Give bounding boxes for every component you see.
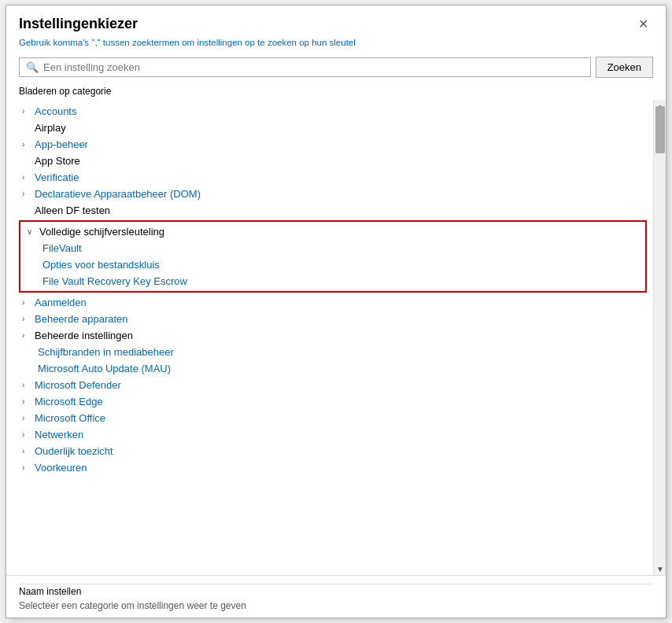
chevron-right-icon: › xyxy=(22,173,31,182)
sidebar-item-volledige[interactable]: ∨ Volledige schijfversleuteling xyxy=(20,223,645,240)
item-label: Airplay xyxy=(35,122,66,134)
title-bar: Instellingenkiezer ✕ xyxy=(6,6,666,36)
search-box: 🔍 xyxy=(19,57,591,77)
chevron-right-icon: › xyxy=(22,140,31,149)
category-label: Bladeren op categorie xyxy=(6,84,666,100)
item-label: App-beheer xyxy=(35,138,88,150)
item-label: Volledige schijfversleuteling xyxy=(39,226,164,238)
sidebar-item-opties-bestandskluis[interactable]: Opties voor bestandskluis xyxy=(36,256,645,273)
bottom-bar: Naam instellen Selecteer een categorie o… xyxy=(6,575,666,617)
item-label: Voorkeuren xyxy=(35,462,87,474)
sidebar-item-ms-office[interactable]: › Microsoft Office xyxy=(19,410,647,426)
sidebar-item-mau[interactable]: Microsoft Auto Update (MAU) xyxy=(35,360,647,377)
sidebar-item-beheerde-instellingen[interactable]: › Beheerde instellingen xyxy=(19,327,647,344)
dialog-title: Instellingenkiezer xyxy=(19,16,138,32)
item-label: Microsoft Office xyxy=(35,412,105,424)
scrollbar-thumb[interactable] xyxy=(655,106,665,153)
item-label: Netwerken xyxy=(35,429,83,441)
chevron-right-icon: › xyxy=(22,414,31,422)
item-label: Ouderlijk toezicht xyxy=(35,445,113,457)
sidebar-item-filevault-recovery[interactable]: File Vault Recovery Key Escrow xyxy=(36,273,645,289)
divider xyxy=(19,584,653,584)
sidebar-item-accounts[interactable]: › Accounts xyxy=(19,103,647,120)
bottom-name-label: Naam instellen xyxy=(19,586,653,597)
item-label: Verificatie xyxy=(35,171,79,183)
list-area: › Accounts Airplay › App-beheer App Stor… xyxy=(6,100,653,575)
chevron-right-icon: › xyxy=(22,190,31,198)
chevron-right-icon: › xyxy=(22,315,31,323)
item-label: Accounts xyxy=(35,105,76,117)
chevron-right-icon: › xyxy=(22,397,31,406)
item-label: Beheerde apparaten xyxy=(35,313,128,325)
chevron-down-icon: ∨ xyxy=(27,227,36,236)
item-label: Aanmelden xyxy=(35,297,87,308)
sidebar-item-airplay[interactable]: Airplay xyxy=(19,120,647,136)
bottom-select-label: Selecteer een categorie om instellingen … xyxy=(19,600,653,611)
item-label: Alleen DF testen xyxy=(35,205,110,216)
sidebar-item-ouderlijk[interactable]: › Ouderlijk toezicht xyxy=(19,443,647,459)
sidebar-item-ms-defender[interactable]: › Microsoft Defender xyxy=(19,377,647,393)
main-content: › Accounts Airplay › App-beheer App Stor… xyxy=(6,100,666,575)
sidebar-item-schijfbranden[interactable]: Schijfbranden in mediabeheer xyxy=(35,344,647,360)
search-row: 🔍 Zoeken xyxy=(6,53,666,84)
settings-picker-dialog: Instellingenkiezer ✕ Gebruik komma's ","… xyxy=(6,5,666,618)
search-input[interactable] xyxy=(43,61,584,73)
sidebar-item-aanmelden[interactable]: › Aanmelden xyxy=(19,294,647,311)
item-label: Declaratieve Apparaatbeheer (DOM) xyxy=(35,188,201,200)
sidebar-item-app-beheer[interactable]: › App-beheer xyxy=(19,136,647,153)
item-label: FileVault xyxy=(42,242,82,254)
chevron-right-icon: › xyxy=(22,298,31,307)
highlighted-section-full-disk: ∨ Volledige schijfversleuteling FileVaul… xyxy=(19,220,647,293)
item-label: App Store xyxy=(35,155,80,167)
chevron-right-icon: › xyxy=(22,447,31,455)
sidebar-item-ms-edge[interactable]: › Microsoft Edge xyxy=(19,393,647,410)
sidebar-item-beheerde-apparaten[interactable]: › Beheerde apparaten xyxy=(19,311,647,327)
chevron-right-icon: › xyxy=(22,381,31,389)
search-button[interactable]: Zoeken xyxy=(596,57,653,78)
item-label: File Vault Recovery Key Escrow xyxy=(42,275,187,287)
item-label: Opties voor bestandskluis xyxy=(42,259,160,271)
dialog-subtitle: Gebruik komma's "," tussen zoektermen om… xyxy=(6,36,666,53)
item-label: Schijfbranden in mediabeheer xyxy=(38,346,174,358)
chevron-right-icon: › xyxy=(22,430,31,439)
chevron-right-icon: › xyxy=(22,463,31,472)
sidebar-item-verificatie[interactable]: › Verificatie xyxy=(19,169,647,186)
item-label: Beheerde instellingen xyxy=(35,330,133,341)
chevron-right-icon: › xyxy=(22,107,31,116)
item-label: Microsoft Defender xyxy=(35,379,121,391)
item-label: Microsoft Auto Update (MAU) xyxy=(38,363,171,374)
close-button[interactable]: ✕ xyxy=(633,15,653,33)
sidebar-item-filevault[interactable]: FileVault xyxy=(36,240,645,256)
sidebar-item-declaratieve[interactable]: › Declaratieve Apparaatbeheer (DOM) xyxy=(19,186,647,202)
scroll-down-button[interactable]: ▼ xyxy=(654,562,666,575)
sidebar-item-voorkeuren[interactable]: › Voorkeuren xyxy=(19,459,647,476)
scrollbar[interactable]: ▲ ▼ xyxy=(653,100,666,575)
sidebar-item-netwerken[interactable]: › Netwerken xyxy=(19,426,647,443)
sidebar-item-alleen-df[interactable]: Alleen DF testen xyxy=(19,202,647,219)
sidebar-item-app-store[interactable]: App Store xyxy=(19,153,647,169)
chevron-right-icon: › xyxy=(22,331,31,340)
item-label: Microsoft Edge xyxy=(35,396,103,407)
search-icon: 🔍 xyxy=(26,61,39,73)
